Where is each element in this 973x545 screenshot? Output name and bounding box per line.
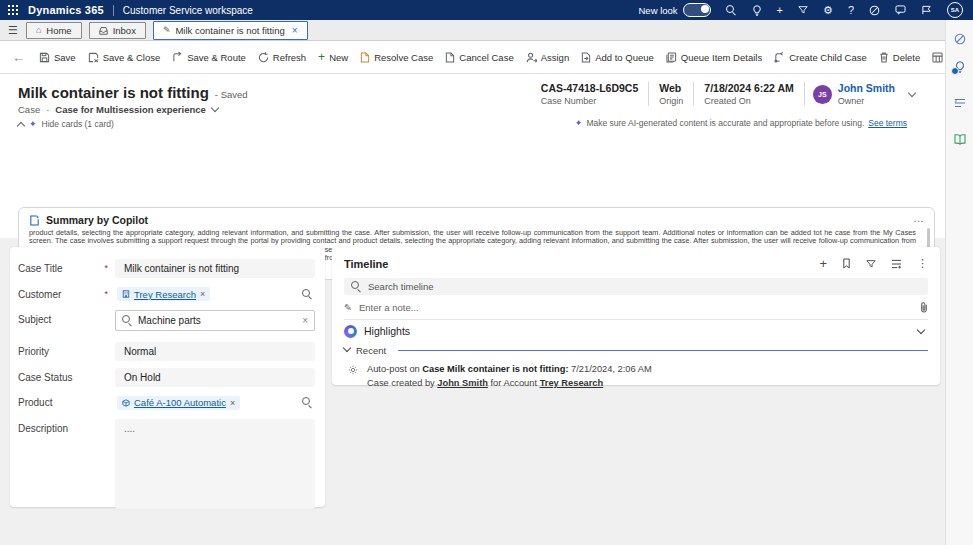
subject-input[interactable]: Machine parts × <box>115 310 315 331</box>
customer-link[interactable]: Trey Research <box>134 289 196 300</box>
ai-sparkle-icon: ✦ <box>29 119 37 129</box>
delete-trash-icon <box>879 52 889 63</box>
assign-button[interactable]: Assign <box>520 52 576 63</box>
product-link[interactable]: Café A-100 Automatic <box>134 397 226 408</box>
post-account-link[interactable]: Trey Research <box>540 378 604 388</box>
app-title[interactable]: Dynamics 365 <box>28 4 104 16</box>
hide-cards-toggle[interactable]: ✦ Hide cards (1 card) <box>18 119 114 129</box>
resolve-case-button[interactable]: Resolve Case <box>354 52 439 63</box>
product-pill[interactable]: Café A-100 Automatic × <box>117 396 240 410</box>
case-edit-icon: ✎ <box>163 25 171 35</box>
owner-name-link[interactable]: John Smith <box>838 82 895 94</box>
settings-gear-icon[interactable]: ⚙ <box>823 5 833 16</box>
clear-subject-icon[interactable]: × <box>302 315 308 326</box>
timeline-card: Timeline + ⋮ Search timeline ✎ Enter a n… <box>332 247 940 385</box>
back-button[interactable]: ← <box>12 50 25 65</box>
highlights-section[interactable]: Highlights <box>344 320 928 342</box>
add-to-queue-button[interactable]: Add to Queue <box>575 52 660 63</box>
customer-search-icon[interactable] <box>302 289 313 300</box>
header-expand-chevron-icon[interactable] <box>908 88 916 96</box>
field-priority: Priority Normal <box>18 342 315 361</box>
create-timeline-record-icon[interactable]: + <box>819 256 827 271</box>
bookmark-icon[interactable] <box>842 258 851 269</box>
form-selector[interactable]: Case for Multisession experience <box>55 104 205 115</box>
save-button[interactable]: Save <box>33 52 82 63</box>
waffle-menu-icon[interactable] <box>8 5 18 15</box>
auto-post-icon <box>348 364 358 388</box>
stat-origin: Web Origin <box>649 82 694 106</box>
expand-records-icon[interactable] <box>891 259 902 269</box>
tab-home[interactable]: ⌂ Home <box>26 22 82 39</box>
subject-search-icon <box>122 315 133 326</box>
save-and-close-button[interactable]: Save & Close <box>82 52 167 63</box>
note-input[interactable]: ✎ Enter a note... <box>344 295 928 320</box>
case-title-input[interactable]: Milk container is not fitting <box>115 259 315 278</box>
smart-assist-lightbulb-icon[interactable] <box>953 60 967 74</box>
filter-icon[interactable] <box>798 5 808 15</box>
owner-avatar: JS <box>813 85 832 104</box>
case-status-select[interactable]: On Hold <box>115 368 315 387</box>
announcements-icon[interactable] <box>921 5 932 15</box>
highlights-chevron-icon[interactable] <box>917 325 925 333</box>
field-product: Product Café A-100 Automatic × <box>18 393 315 412</box>
ideas-lightbulb-icon[interactable] <box>752 5 762 16</box>
new-button[interactable]: + New <box>312 50 354 64</box>
form-selector-chevron-icon[interactable] <box>211 104 219 112</box>
see-terms-link[interactable]: See terms <box>868 118 907 128</box>
delete-button[interactable]: Delete <box>873 52 926 63</box>
site-map-hamburger-icon[interactable]: ☰ <box>8 24 18 37</box>
remove-customer-icon[interactable]: × <box>200 289 205 299</box>
customer-lookup[interactable]: Trey Research × <box>115 285 315 304</box>
owner-field[interactable]: JS John Smith Owner <box>805 82 903 106</box>
knowledge-search-icon[interactable] <box>953 132 967 146</box>
pencil-icon: ✎ <box>344 302 352 313</box>
attach-paperclip-icon[interactable] <box>920 302 928 313</box>
queue-item-details-icon <box>666 52 677 63</box>
create-child-case-icon <box>774 52 785 63</box>
account-building-icon <box>122 290 130 298</box>
new-look-label: New look <box>638 5 677 16</box>
command-bar: ← Save Save & Close Save & Route Refresh… <box>0 41 945 74</box>
chat-feedback-icon[interactable] <box>895 5 906 15</box>
agent-scripts-icon[interactable] <box>953 96 967 110</box>
do-not-decrement-icon <box>932 52 943 63</box>
save-and-route-button[interactable]: Save & Route <box>166 52 252 63</box>
resolve-case-icon <box>360 52 370 63</box>
close-tab-icon[interactable]: × <box>292 25 298 36</box>
add-icon[interactable]: + <box>777 5 783 16</box>
recent-group-header[interactable]: Recent <box>344 345 928 356</box>
product-lookup[interactable]: Café A-100 Automatic × <box>115 393 315 412</box>
user-avatar[interactable]: SA <box>947 2 963 18</box>
timeline-search-input[interactable]: Search timeline <box>344 278 928 295</box>
stat-created-on: 7/18/2024 6:22 AM Created On <box>694 82 805 106</box>
timeline-more-icon[interactable]: ⋮ <box>917 257 928 270</box>
post-author-link[interactable]: John Smith <box>437 378 488 388</box>
create-child-case-button[interactable]: Create Child Case <box>768 52 873 63</box>
cancel-case-button[interactable]: Cancel Case <box>439 52 519 63</box>
tab-inbox[interactable]: Inbox <box>89 22 146 39</box>
timeline-filter-icon[interactable] <box>866 259 876 269</box>
new-look-toggle[interactable] <box>683 3 711 17</box>
priority-select[interactable]: Normal <box>115 342 315 361</box>
remove-product-icon[interactable]: × <box>230 398 235 408</box>
product-search-icon[interactable] <box>302 397 313 408</box>
refresh-button[interactable]: Refresh <box>252 52 312 63</box>
description-textarea[interactable]: .... <box>115 419 315 509</box>
tab-case-active[interactable]: ✎ Milk container is not fitting × <box>153 21 308 40</box>
help-icon[interactable]: ? <box>848 5 854 16</box>
timeline-post[interactable]: Auto-post on Case Milk container is not … <box>344 364 928 388</box>
copilot-circle-icon[interactable] <box>869 5 880 16</box>
inbox-icon <box>99 26 108 35</box>
home-icon: ⌂ <box>36 25 41 35</box>
copilot-card-more-icon[interactable]: … <box>913 212 924 224</box>
product-box-icon <box>122 399 130 407</box>
copilot-pane-icon[interactable] <box>953 32 967 46</box>
queue-item-details-button[interactable]: Queue Item Details <box>660 52 768 63</box>
saved-status: - Saved <box>215 89 248 100</box>
customer-pill[interactable]: Trey Research × <box>117 287 210 301</box>
search-icon[interactable] <box>726 5 737 16</box>
page-title: Milk container is not fitting <box>18 84 209 101</box>
topbar-divider <box>113 5 114 16</box>
add-to-queue-icon <box>581 52 591 63</box>
save-icon <box>39 52 50 63</box>
